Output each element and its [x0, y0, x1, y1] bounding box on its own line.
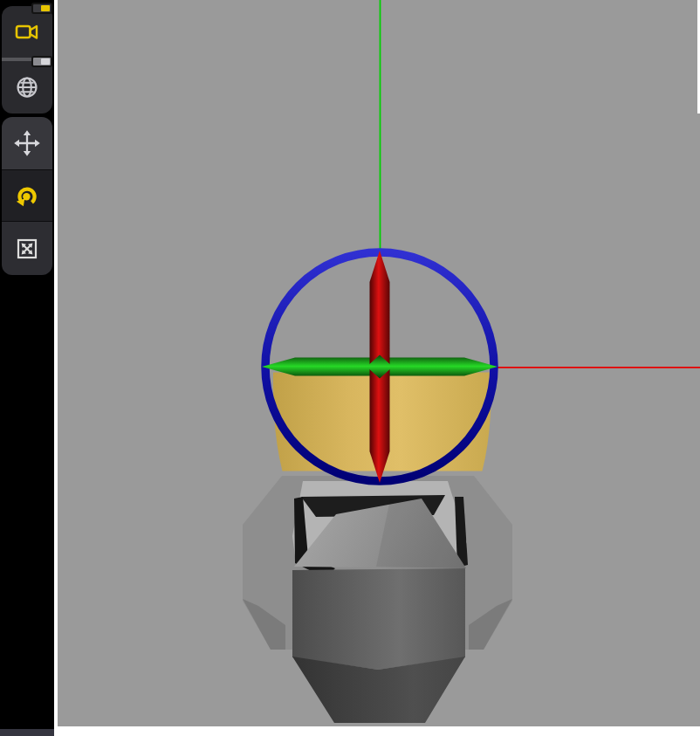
toggle-knob — [41, 5, 50, 11]
globe-icon — [11, 72, 43, 103]
mesh-object[interactable] — [243, 476, 512, 723]
rotation-gizmo[interactable] — [262, 251, 498, 483]
scale-tool-button[interactable] — [2, 222, 52, 275]
viewport-3d[interactable] — [58, 0, 700, 726]
scale-box-icon — [11, 233, 43, 265]
rotate-tool-button[interactable] — [2, 170, 52, 221]
globe-view-button[interactable] — [2, 61, 52, 113]
camera-view-toggle[interactable] — [31, 3, 52, 14]
move-arrows-icon — [11, 127, 43, 159]
left-toolbar — [0, 0, 54, 729]
scene-canvas — [58, 0, 700, 726]
globe-view-toggle[interactable] — [31, 56, 52, 67]
toolbar-group-view-toggles — [2, 6, 52, 113]
rotate-arrow-icon — [11, 180, 43, 211]
toolbar-group-transform-tools — [2, 117, 52, 275]
sidebar-footer-strip — [0, 729, 54, 736]
translate-tool-button[interactable] — [2, 117, 52, 169]
toggle-knob — [41, 58, 50, 65]
video-camera-icon — [10, 17, 45, 48]
